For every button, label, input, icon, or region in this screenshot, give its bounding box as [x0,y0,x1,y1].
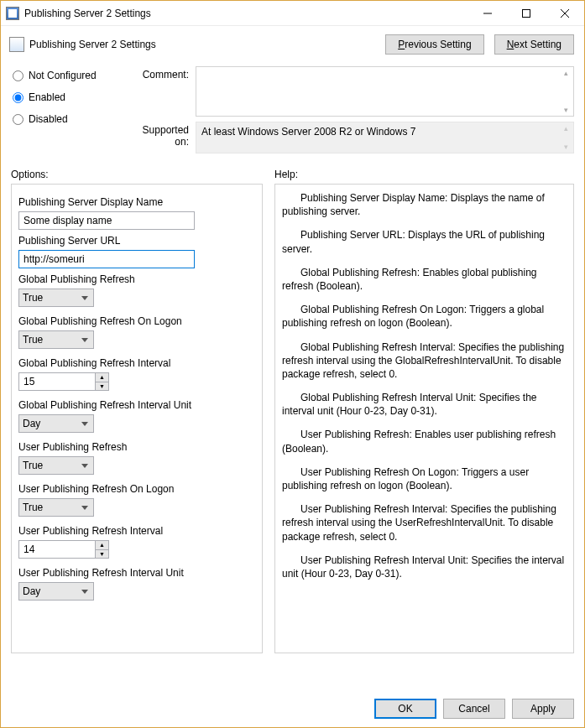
option-dropdown[interactable]: Day [18,414,94,433]
comment-input[interactable]: ▴ ▾ [196,66,574,117]
header: Publishing Server 2 Settings Previous Se… [1,26,584,61]
option-spinner[interactable]: 14▲▼ [18,540,109,559]
option-dropdown[interactable]: True [18,289,94,307]
maximize-button[interactable] [507,1,546,25]
radio-enabled[interactable]: Enabled [11,91,120,103]
options-heading: Options: [11,169,263,180]
comment-label: Comment: [128,66,196,117]
help-paragraph: Global Publishing Refresh Interval Unit:… [282,391,567,418]
option-label: Global Publishing Refresh Interval [18,357,255,369]
app-icon [6,7,19,20]
next-setting-button[interactable]: Next Setting [494,34,574,55]
scroll-up-icon: ▴ [560,69,572,77]
help-paragraph: Publishing Server Display Name: Displays… [282,191,567,218]
option-label: User Publishing Refresh Interval [18,525,255,537]
close-button[interactable] [546,1,584,25]
titlebar: Publishing Server 2 Settings [1,1,584,26]
option-dropdown-value: True [23,292,43,304]
help-heading: Help: [274,169,574,180]
page-title: Publishing Server 2 Settings [29,39,375,50]
radio-label: Disabled [29,113,68,125]
window-title: Publishing Server 2 Settings [24,8,468,19]
option-dropdown[interactable]: True [18,498,94,517]
spinner-down-icon[interactable]: ▼ [96,550,108,559]
option-spinner-value: 15 [19,373,95,390]
help-paragraph: User Publishing Refresh Interval Unit: S… [282,554,567,580]
spinner-up-icon[interactable]: ▲ [96,373,108,382]
dialog-buttons: OK Cancel Apply [374,699,574,719]
option-label: Global Publishing Refresh On Logon [18,315,255,327]
svg-rect-1 [523,9,530,17]
option-label: Global Publishing Refresh [18,273,255,285]
policy-icon [9,37,24,52]
option-dropdown-value: True [23,502,43,513]
scroll-down-icon: ▾ [560,106,572,114]
option-spinner-value: 14 [19,541,95,558]
option-dropdown-value: True [23,334,43,346]
apply-button[interactable]: Apply [512,699,574,719]
option-dropdown[interactable]: Day [18,582,94,601]
option-label: Publishing Server Display Name [18,196,255,208]
help-paragraph: User Publishing Refresh: Enables user pu… [282,428,567,455]
option-spinner[interactable]: 15▲▼ [18,372,109,391]
radio-label: Not Configured [29,70,97,81]
radio-disabled[interactable]: Disabled [11,113,120,125]
option-label: User Publishing Refresh [18,441,255,453]
option-label: User Publishing Refresh On Logon [18,483,255,495]
radio-label: Enabled [29,91,65,103]
option-dropdown[interactable]: True [18,456,94,475]
previous-setting-button[interactable]: Previous Setting [385,34,483,55]
option-label: User Publishing Refresh Interval Unit [18,567,255,579]
options-pane: Publishing Server Display NamePublishing… [11,184,263,653]
help-paragraph: Global Publishing Refresh On Logon: Trig… [282,303,567,330]
help-paragraph: User Publishing Refresh Interval: Specif… [282,502,567,543]
option-dropdown-value: Day [23,418,40,429]
spinner-down-icon[interactable]: ▼ [96,382,108,391]
ok-button[interactable]: OK [374,699,436,719]
option-dropdown-value: Day [23,585,40,597]
minimize-button[interactable] [468,1,507,25]
help-paragraph: Publishing Server URL: Displays the URL … [282,228,567,255]
option-label: Publishing Server URL [18,235,255,247]
help-paragraph: User Publishing Refresh On Logon: Trigge… [282,465,567,492]
option-text-input[interactable] [18,211,195,230]
help-paragraph: Global Publishing Refresh: Enables globa… [282,266,567,293]
option-dropdown[interactable]: True [18,330,94,349]
help-paragraph: Global Publishing Refresh Interval: Spec… [282,341,567,382]
option-text-input[interactable] [18,250,195,268]
supported-label: Supported on: [128,122,196,153]
radio-not-configured[interactable]: Not Configured [11,70,120,81]
option-label: Global Publishing Refresh Interval Unit [18,399,255,411]
spinner-up-icon[interactable]: ▲ [96,541,108,550]
scroll-down-icon: ▾ [560,143,572,151]
scroll-up-icon: ▴ [560,124,572,133]
help-pane: Publishing Server Display Name: Displays… [274,184,574,653]
cancel-button[interactable]: Cancel [443,699,505,719]
supported-on-value: At least Windows Server 2008 R2 or Windo… [196,122,574,153]
option-dropdown-value: True [23,460,43,471]
